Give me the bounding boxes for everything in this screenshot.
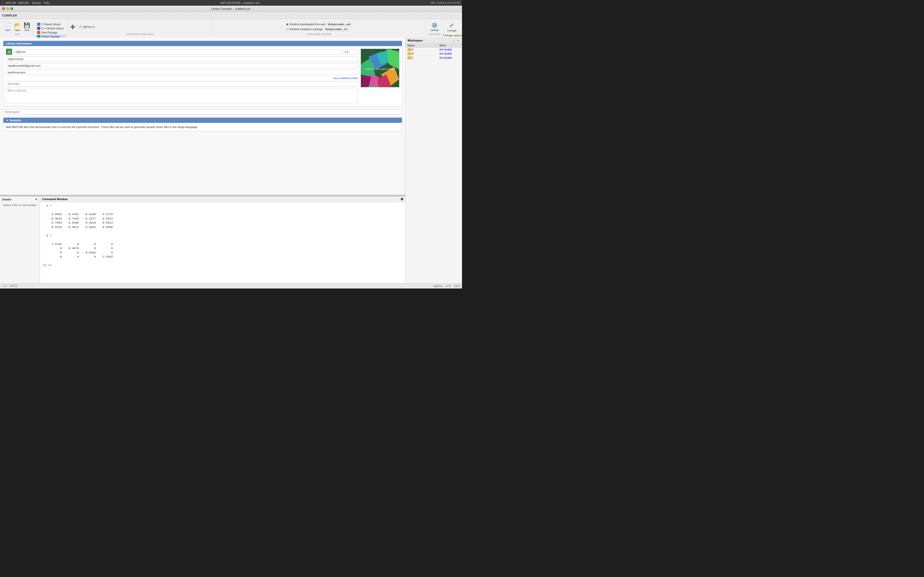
main-window: Library Compiler – untitled1.prj* COMPIL… [0,6,462,288]
workspace-header: Workspace ○ × [405,38,462,44]
author-input[interactable] [6,56,358,61]
workspace-title: Workspace [408,39,423,42]
open-button[interactable]: 📂 Open [13,22,22,32]
mac-topbar:  MATLAB MATLAB Window Help MATLAB R2020… [0,0,462,6]
type-c-shared[interactable]: C Shared Library [36,22,66,26]
var-v-value: 4x4 double [439,56,460,59]
cmd-prompt-line[interactable]: ƒx >> [43,263,402,268]
splash-screen-container[interactable]: Select custom splash screen [361,49,399,103]
namespace-section [3,109,402,114]
workspace-row-d[interactable]: D 4x4 double [405,52,462,56]
save-button[interactable]: 💾 Save [23,22,31,32]
samples-header: ▼ Samples [3,118,402,123]
mac-menu-items: MATLAB Window Help [19,2,49,4]
cmd-line-v2: -0.3618 0.7420 -0.1877 0.5322 [43,217,402,221]
samples-title: Samples [10,119,21,122]
cmd-line-d4: 0 0 0 2.5362 [43,255,402,259]
email-input[interactable] [6,63,358,68]
app-name-input[interactable] [14,49,341,54]
workspace-panel: Workspace ○ × Name Value A 4x4 double [405,38,462,283]
splash-screen[interactable]: Select custom splash screen [361,49,399,87]
menu-window-item[interactable]: Window [32,2,41,4]
command-body[interactable]: V = 0.0693 -0.4422 -0.8105 0.3778 -0.361… [40,202,405,283]
open-icon: 📂 [14,22,21,28]
runtime-web-radio[interactable] [286,23,289,26]
type-c-icon [37,23,40,26]
type-list: C Shared Library C++ Shared Library Java… [36,21,66,40]
description-textarea[interactable] [6,88,358,103]
menu-help[interactable]: Help [44,2,50,4]
runtime-package-label: Runtime included in package [290,28,323,31]
runtime-web-option[interactable]: Runtime downloaded from web [286,23,352,26]
compiler-window: Library Compiler – untitled1.prj* COMPIL… [0,6,462,288]
cmd-line-v3: 0.7694 0.0486 0.3010 0.5614 [43,221,402,225]
var-a-name: A [412,48,439,51]
status-right: eigFunc Ln 8 Col 8 [434,285,460,287]
svg-text:Select custom splash screen: Select custom splash screen [365,68,395,70]
samples-body: Add MATLAB files that demonstrate how to… [3,123,402,131]
eigfunc-file-item[interactable]: 📝 eigFunc.m [76,24,96,29]
mac-status-center: MATLAB R2020b – academic use [221,2,259,4]
workspace-minimize-icon[interactable]: ○ [452,39,455,42]
package-button[interactable]: ✔ Package [445,21,459,33]
file-group-label: FILE [15,33,20,35]
menu-window[interactable]: MATLAB [19,2,29,4]
type-cpp-shared[interactable]: C++ Shared Library [36,26,66,31]
workspace-close-icon[interactable]: × [456,39,460,42]
version-input[interactable] [342,49,358,54]
status-ln: Ln 8 [446,285,451,287]
workspace-row-v[interactable]: V 4x4 double [405,56,462,60]
samples-section: ▼ Samples Add MATLAB files that demonstr… [3,118,402,131]
settings-button[interactable]: ⚙️ Settings [428,21,441,32]
samples-description: Add MATLAB files that demonstrate how to… [6,126,198,129]
cmd-line-empty4 [43,259,402,264]
workspace-rows: A 4x4 double D 4x4 double V 4x4 double [405,48,462,60]
command-expand-icon[interactable]: ⊞ [401,197,403,201]
settings-group-label: SETTINGS [429,33,440,35]
file-group: 📄 New 📂 Open 💾 Save FILE [2,20,33,37]
workspace-row-a[interactable]: A 4x4 double [405,48,462,52]
package-tooltip: Package application [441,33,462,38]
exported-file-name: eigFunc.m [83,26,95,28]
cmd-line-v1: 0.0693 -0.4422 -0.8105 0.3778 [43,212,402,217]
library-info-content: M [3,46,402,106]
form-area: Library information M [0,38,405,195]
details-header[interactable]: Details ▼ [1,197,39,201]
runtime-package-input[interactable] [324,27,350,31]
mac-menubar:  MATLAB MATLAB Window Help [2,1,49,5]
matlab-version: MATLAB R2020b – academic use [221,2,259,4]
ws-header-name: Name [408,44,439,47]
default-contact-link[interactable]: Set as default contact [333,77,358,80]
runtime-package-radio[interactable] [286,28,289,31]
package-group: ✔ Package Package application PACKAGE [444,20,460,37]
content-area: Library information M [0,38,462,283]
minimize-button[interactable] [6,7,9,10]
runtime-package-option[interactable]: Runtime included in package [286,27,352,31]
window-title: Library Compiler – untitled1.prj* [211,7,251,10]
org-input[interactable] [6,70,358,75]
library-form: M [6,49,358,103]
details-chevron-icon: ▼ [35,198,38,201]
compiler-area: Library information M [0,38,405,283]
bottom-area: Details ▼ Select a file to view details … [0,196,405,283]
new-icon: 📄 [5,22,11,28]
compiler-tab[interactable]: COMPILER [2,14,17,17]
ws-header-value: Value [439,44,460,47]
namespace-input[interactable] [3,109,402,114]
exported-functions-group: ➕ 📝 eigFunc.m EXPORTED FUNCTIONS [69,20,212,37]
runtime-web-input[interactable] [326,23,352,26]
var-v-name: V [412,56,439,59]
cmd-line-v4: -0.5219 -0.5014 0.4662 0.5088 [43,225,402,229]
type-java-icon [37,31,40,34]
status-script: eigFunc [434,285,443,287]
new-button[interactable]: 📄 New [3,22,12,32]
settings-group: ⚙️ Settings SETTINGS [426,20,443,37]
type-java-package[interactable]: Java Package [36,31,66,34]
cmd-line-empty1 [43,208,402,213]
close-button[interactable] [2,7,5,10]
cmd-line-v: V = [43,204,402,208]
maximize-button[interactable] [10,7,13,10]
summary-input[interactable] [6,81,358,86]
library-info-section: Library information M [3,41,402,106]
save-icon: 💾 [24,22,30,28]
